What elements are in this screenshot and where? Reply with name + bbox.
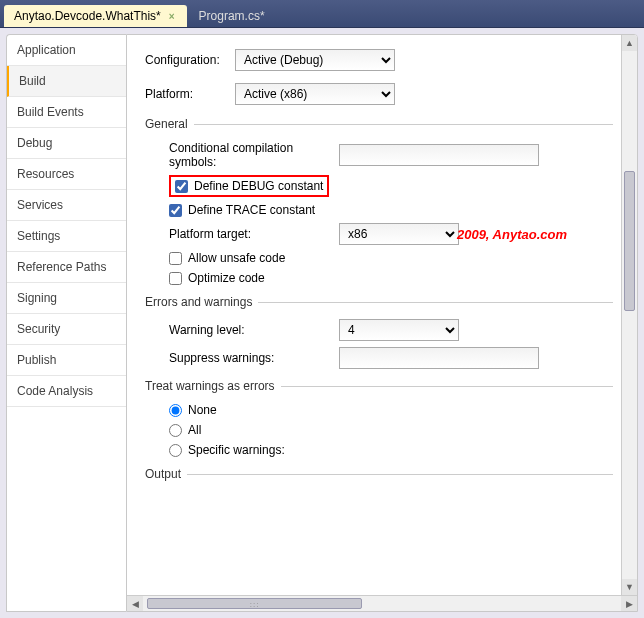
platform-target-select[interactable]: x86 <box>339 223 459 245</box>
sidebar-item-label: Debug <box>17 136 52 150</box>
sidebar-item-services[interactable]: Services <box>7 190 126 221</box>
divider <box>281 386 613 387</box>
treat-header: Treat warnings as errors <box>145 379 613 393</box>
sidebar-item-build[interactable]: Build <box>7 66 126 97</box>
treat-specific-row: Specific warnings: <box>169 443 613 457</box>
configuration-select[interactable]: Active (Debug) <box>235 49 395 71</box>
treat-all-row: All <box>169 423 613 437</box>
horizontal-scrollbar[interactable]: ◀ ::: ▶ <box>127 595 637 611</box>
sidebar-item-label: Application <box>17 43 76 57</box>
define-debug-row: Define DEBUG constant <box>169 175 613 197</box>
content-pane: Configuration: Active (Debug) Platform: … <box>126 34 638 612</box>
define-debug-label: Define DEBUG constant <box>194 179 323 193</box>
sidebar-item-label: Security <box>17 322 60 336</box>
sidebar-item-label: Signing <box>17 291 57 305</box>
scroll-thumb[interactable]: ::: <box>147 598 362 609</box>
define-debug-checkbox[interactable] <box>175 180 188 193</box>
watermark-text: 2009, Anytao.com <box>457 227 567 242</box>
output-header: Output <box>145 467 613 481</box>
warning-level-row: Warning level: 4 <box>169 319 613 341</box>
tab-anytao-devcode[interactable]: Anytao.Devcode.WhatThis* × <box>4 5 187 27</box>
treat-none-label: None <box>188 403 217 417</box>
conditional-symbols-row: Conditional compilation symbols: <box>169 141 613 169</box>
sidebar-item-code-analysis[interactable]: Code Analysis <box>7 376 126 407</box>
main-layout: Application Build Build Events Debug Res… <box>0 28 644 618</box>
optimize-checkbox[interactable] <box>169 272 182 285</box>
sidebar-item-debug[interactable]: Debug <box>7 128 126 159</box>
scroll-left-icon[interactable]: ◀ <box>127 596 143 611</box>
sidebar-item-application[interactable]: Application <box>7 35 126 66</box>
sidebar-item-label: Publish <box>17 353 56 367</box>
errors-header: Errors and warnings <box>145 295 613 309</box>
scroll-up-icon[interactable]: ▲ <box>622 35 637 51</box>
sidebar-item-settings[interactable]: Settings <box>7 221 126 252</box>
sidebar-item-label: Build Events <box>17 105 84 119</box>
group-title: General <box>145 117 188 131</box>
platform-label: Platform: <box>145 87 235 101</box>
group-title: Output <box>145 467 181 481</box>
treat-specific-radio[interactable] <box>169 444 182 457</box>
define-trace-checkbox[interactable] <box>169 204 182 217</box>
sidebar-item-signing[interactable]: Signing <box>7 283 126 314</box>
tab-program-cs[interactable]: Program.cs* <box>189 5 275 27</box>
treat-none-radio[interactable] <box>169 404 182 417</box>
allow-unsafe-label: Allow unsafe code <box>188 251 285 265</box>
warning-level-select[interactable]: 4 <box>339 319 459 341</box>
window-tabs-bar: Anytao.Devcode.WhatThis* × Program.cs* <box>0 0 644 28</box>
sidebar-item-security[interactable]: Security <box>7 314 126 345</box>
allow-unsafe-checkbox[interactable] <box>169 252 182 265</box>
tab-label: Program.cs* <box>199 9 265 23</box>
grip-icon: ::: <box>250 599 260 608</box>
sidebar-item-label: Services <box>17 198 63 212</box>
suppress-warnings-input[interactable] <box>339 347 539 369</box>
general-header: General <box>145 117 613 131</box>
scroll-thumb[interactable] <box>624 171 635 311</box>
sidebar-item-label: Code Analysis <box>17 384 93 398</box>
vertical-scrollbar[interactable]: ▲ ▼ <box>621 35 637 595</box>
define-trace-label: Define TRACE constant <box>188 203 315 217</box>
conditional-symbols-label: Conditional compilation symbols: <box>169 141 339 169</box>
treat-none-row: None <box>169 403 613 417</box>
optimize-row: Optimize code <box>169 271 613 285</box>
group-title: Treat warnings as errors <box>145 379 275 393</box>
group-title: Errors and warnings <box>145 295 252 309</box>
configuration-label: Configuration: <box>145 53 235 67</box>
sidebar-item-reference-paths[interactable]: Reference Paths <box>7 252 126 283</box>
scroll-down-icon[interactable]: ▼ <box>622 579 637 595</box>
sidebar-item-label: Build <box>19 74 46 88</box>
sidebar-item-label: Reference Paths <box>17 260 106 274</box>
content-scroll: Configuration: Active (Debug) Platform: … <box>127 35 637 595</box>
divider <box>187 474 613 475</box>
treat-specific-label: Specific warnings: <box>188 443 285 457</box>
sidebar-item-label: Settings <box>17 229 60 243</box>
sidebar-item-publish[interactable]: Publish <box>7 345 126 376</box>
conditional-symbols-input[interactable] <box>339 144 539 166</box>
tab-label: Anytao.Devcode.WhatThis* <box>14 9 161 23</box>
scroll-track[interactable] <box>622 51 637 579</box>
treat-all-radio[interactable] <box>169 424 182 437</box>
optimize-label: Optimize code <box>188 271 265 285</box>
scroll-right-icon[interactable]: ▶ <box>621 596 637 611</box>
platform-select[interactable]: Active (x86) <box>235 83 395 105</box>
sidebar-item-resources[interactable]: Resources <box>7 159 126 190</box>
divider <box>258 302 613 303</box>
configuration-row: Configuration: Active (Debug) <box>145 49 613 71</box>
divider <box>194 124 613 125</box>
warning-level-label: Warning level: <box>169 323 339 337</box>
treat-all-label: All <box>188 423 201 437</box>
sidebar: Application Build Build Events Debug Res… <box>6 34 126 612</box>
define-trace-row: Define TRACE constant <box>169 203 613 217</box>
platform-target-label: Platform target: <box>169 227 339 241</box>
suppress-warnings-row: Suppress warnings: <box>169 347 613 369</box>
close-icon[interactable]: × <box>167 11 177 22</box>
scroll-track[interactable]: ::: <box>143 596 621 611</box>
suppress-warnings-label: Suppress warnings: <box>169 351 339 365</box>
sidebar-item-build-events[interactable]: Build Events <box>7 97 126 128</box>
allow-unsafe-row: Allow unsafe code <box>169 251 613 265</box>
sidebar-item-label: Resources <box>17 167 74 181</box>
platform-row: Platform: Active (x86) <box>145 83 613 105</box>
highlight-define-debug: Define DEBUG constant <box>169 175 329 197</box>
